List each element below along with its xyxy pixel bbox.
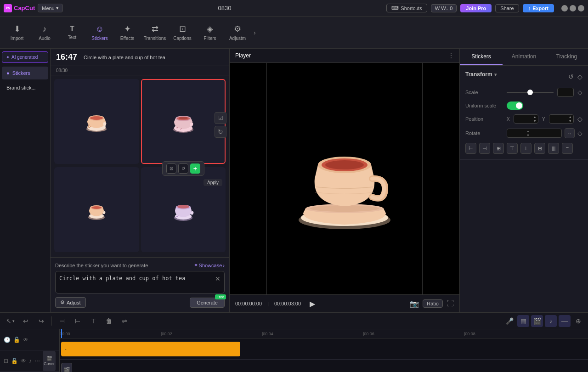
- joinpro-button[interactable]: Join Pro: [460, 4, 492, 12]
- grid-refresh-btn[interactable]: ↻: [215, 126, 226, 138]
- gen-text-input[interactable]: Circle with a plate and cup of hot tea: [59, 275, 204, 288]
- align-center-v-btn[interactable]: ⊥: [520, 143, 531, 154]
- sticker-refresh-btn[interactable]: ↺: [178, 163, 188, 174]
- screenshot-button[interactable]: 📷: [410, 299, 419, 308]
- track2-lock-icon[interactable]: 🔓: [11, 358, 18, 364]
- tool-audio[interactable]: ♪ Audio: [31, 19, 58, 46]
- clear-input-button[interactable]: ✕: [215, 275, 220, 282]
- tl-pointer-tool[interactable]: ↖ ▾: [4, 315, 17, 327]
- transform-reset-btn[interactable]: ↺: [568, 73, 574, 80]
- rotate-down[interactable]: ▼: [526, 133, 531, 137]
- scale-slider[interactable]: [507, 92, 554, 93]
- distribute-v-btn[interactable]: =: [562, 143, 573, 154]
- tab-tracking[interactable]: Tracking: [545, 49, 588, 65]
- tl-audio-track-btn[interactable]: ♪: [545, 315, 557, 327]
- tool-text[interactable]: T Text: [59, 19, 85, 46]
- align-center-h-btn[interactable]: ⊣: [479, 143, 490, 154]
- tool-adjust[interactable]: ⚙ Adjustm: [224, 19, 251, 46]
- x-down[interactable]: ▼: [532, 119, 537, 123]
- tl-flip-btn[interactable]: ⇌: [118, 315, 131, 327]
- tab-stickers[interactable]: Stickers: [460, 49, 503, 65]
- tool-transitions[interactable]: ⇄ Transitions: [141, 19, 168, 46]
- scale-keyframe-btn[interactable]: ◇: [577, 89, 582, 96]
- tl-video-btn[interactable]: 🎬: [531, 315, 543, 327]
- position-inputs: X 0 ▲ ▼ Y 0 ▲ ▼: [507, 114, 582, 124]
- sticker-cell-1[interactable]: [54, 79, 139, 164]
- align-top-btn[interactable]: ⊤: [507, 143, 518, 154]
- player-menu-icon: ⋮: [448, 52, 454, 59]
- tl-undo-btn[interactable]: ↩: [19, 315, 32, 327]
- distribute-h-btn[interactable]: |||: [548, 143, 559, 154]
- track2-eye-icon[interactable]: 👁: [21, 358, 26, 364]
- rotate-input[interactable]: 0°: [507, 130, 526, 137]
- uniform-scale-toggle[interactable]: [507, 101, 523, 110]
- track2-img-icon[interactable]: ⊡: [4, 358, 8, 364]
- x-input[interactable]: 0: [514, 115, 532, 123]
- stickers-tab[interactable]: ● Stickers: [2, 67, 48, 79]
- sticker-cell-2[interactable]: ⊡ ↺ + Apply: [141, 79, 226, 164]
- tl-plus-btn[interactable]: ⊕: [572, 315, 584, 327]
- sticker-add-btn[interactable]: +: [190, 163, 200, 174]
- x-up[interactable]: ▲: [532, 115, 537, 119]
- align-left-btn[interactable]: ⊢: [465, 143, 476, 154]
- ai-generated-tab[interactable]: ✦ AI generated: [2, 51, 48, 63]
- align-bottom-btn[interactable]: ⊞: [534, 143, 545, 154]
- track1-clock-icon[interactable]: 🕐: [4, 337, 11, 343]
- adjust-label: Adjust: [67, 300, 81, 305]
- position-keyframe-btn[interactable]: ◇: [577, 115, 582, 123]
- tab-animation[interactable]: Animation: [503, 49, 545, 65]
- tl-redo-btn[interactable]: ↪: [35, 315, 48, 327]
- track1-eye-icon[interactable]: 👁: [23, 337, 28, 343]
- y-down[interactable]: ▼: [568, 119, 573, 123]
- share-button[interactable]: Share: [495, 4, 519, 12]
- showcase-link[interactable]: ✦ Showcase ›: [194, 262, 225, 268]
- track1-lock-icon[interactable]: 🔓: [13, 337, 20, 343]
- minimize-button[interactable]: [561, 5, 568, 11]
- tool-stickers[interactable]: ☺ Stickers: [86, 19, 113, 46]
- tl-mic-btn[interactable]: 🎤: [503, 315, 515, 327]
- tl-zoom-btn[interactable]: —: [559, 315, 571, 327]
- sticker-cell-3[interactable]: [54, 167, 139, 252]
- y-up[interactable]: ▲: [568, 115, 573, 119]
- sticker-copy-btn[interactable]: ⊡: [166, 163, 176, 174]
- tl-multi-track-btn[interactable]: ▦: [517, 315, 529, 327]
- tool-filters[interactable]: ◈ Filters: [197, 19, 223, 46]
- adjust-button[interactable]: ⚙ Adjust: [55, 297, 86, 308]
- scale-input[interactable]: 100%: [558, 89, 574, 96]
- track2-more-icon[interactable]: ⋯: [34, 358, 40, 364]
- rotate-keyframe-btn[interactable]: ◇: [577, 130, 582, 137]
- rotate-up[interactable]: ▲: [526, 129, 531, 133]
- flip-h-btn[interactable]: ↔: [565, 128, 575, 138]
- export-button[interactable]: ↑ Export: [523, 4, 554, 12]
- maximize-button[interactable]: [570, 5, 576, 11]
- tool-effects[interactable]: ✦ Effects: [114, 19, 141, 46]
- shortcuts-button[interactable]: ⌨ Shortcuts: [386, 4, 427, 12]
- track2-audio-icon[interactable]: ♪: [29, 358, 32, 364]
- workspace-button[interactable]: W W...0: [431, 4, 457, 12]
- clip-film[interactable]: 🎬: [61, 363, 72, 372]
- tool-captions[interactable]: ⊡ Captions: [169, 19, 196, 46]
- rotate-row: Rotate 0° ▲ ▼ ↔ ◇: [465, 128, 582, 138]
- y-input[interactable]: 0: [549, 115, 568, 123]
- ratio-button[interactable]: Ratio: [423, 299, 443, 308]
- tab-stickers-label: Stickers: [471, 53, 491, 60]
- tool-import[interactable]: ⬇ Import: [4, 19, 30, 46]
- tl-delete-btn[interactable]: 🗑: [102, 315, 115, 327]
- tl-split-btn[interactable]: ⊣: [56, 315, 68, 327]
- align-right-btn[interactable]: ⊞: [493, 143, 504, 154]
- menu-button[interactable]: Menu ▾: [38, 4, 63, 12]
- cover-btn[interactable]: 🎬 Cover: [43, 351, 56, 371]
- tl-split2-btn[interactable]: ⊢: [71, 315, 84, 327]
- brand-stickers-tab[interactable]: Brand stick...: [2, 81, 48, 94]
- tl-split3-btn[interactable]: ⊤: [87, 315, 100, 327]
- more-tools-button[interactable]: ›: [254, 29, 256, 36]
- grid-check-btn[interactable]: ☑: [215, 112, 226, 124]
- clip-orange[interactable]: -: [61, 342, 240, 356]
- play-button[interactable]: ▶: [306, 298, 318, 310]
- fullscreen-button[interactable]: ⛶: [447, 299, 454, 308]
- generate-button[interactable]: Generate Free: [190, 298, 225, 308]
- track2: 🎬: [60, 360, 588, 372]
- transform-keyframe-btn[interactable]: ◇: [577, 73, 582, 80]
- playhead[interactable]: [61, 329, 62, 338]
- close-button[interactable]: [578, 5, 584, 11]
